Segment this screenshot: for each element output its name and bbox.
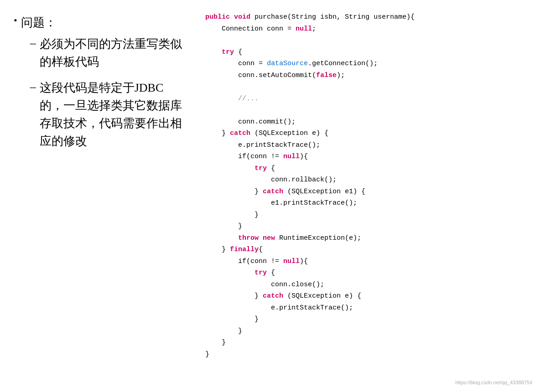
bullet-label: 问题： (21, 16, 57, 29)
sub-text-2: 这段代码是特定于JDBC 的，一旦选择类其它数据库存取技术，代码需要作出相应的修… (40, 79, 187, 150)
sub-dash-1: – (30, 35, 36, 52)
sub-dash-2: – (30, 79, 36, 95)
left-panel: • 问题： – 必须为不同的方法重写类似的样板代码 – 这段代码是特定于JDBC… (14, 9, 187, 383)
main-bullet: • 问题： – 必须为不同的方法重写类似的样板代码 – 这段代码是特定于JDBC… (14, 14, 187, 158)
sub-item-2: – 这段代码是特定于JDBC 的，一旦选择类其它数据库存取技术，代码需要作出相应… (30, 79, 187, 150)
sub-items-list: – 必须为不同的方法重写类似的样板代码 – 这段代码是特定于JDBC 的，一旦选… (30, 35, 187, 150)
sub-text-1: 必须为不同的方法重写类似的样板代码 (40, 35, 187, 71)
right-panel: public void purchase(String isbn, String… (205, 9, 415, 383)
footer-url: https://blog.csdn.net/qq_43388754 (455, 380, 532, 385)
bottom-brace: } (433, 11, 546, 383)
bullet-dot: • (14, 14, 17, 28)
sub-item-1: – 必须为不同的方法重写类似的样板代码 (30, 35, 187, 71)
code-block: public void purchase(String isbn, String… (205, 11, 415, 360)
